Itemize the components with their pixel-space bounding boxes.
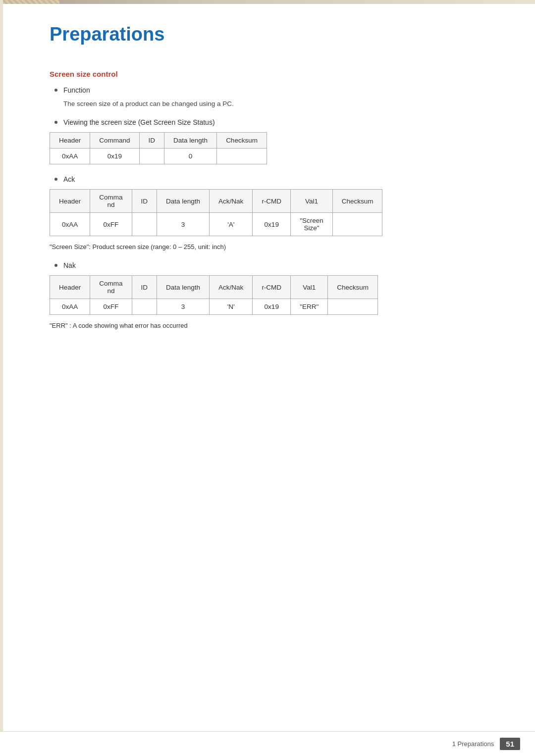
table3-cell-command: 0xFF — [90, 299, 132, 315]
table3-cell-header: 0xAA — [50, 299, 90, 315]
bullet-dot-viewing — [54, 121, 57, 124]
table3-th-val1: Val1 — [291, 276, 328, 299]
table1-th-command: Command — [90, 133, 139, 149]
table3-th-checksum: Checksum — [328, 276, 378, 299]
bullet-dot — [54, 89, 57, 92]
table1: Header Command ID Data length Checksum 0… — [50, 132, 267, 164]
page-container: Preparations Screen size control Functio… — [0, 0, 535, 756]
bullet-list-viewing: Viewing the screen size (Get Screen Size… — [50, 118, 495, 126]
table2-th-datalength: Data length — [157, 190, 210, 213]
table1-cell-checksum — [217, 149, 267, 164]
table2-cell-datalength: 3 — [157, 213, 210, 236]
bullet-item-function: Function — [50, 86, 495, 94]
page-title: Preparations — [50, 19, 495, 45]
table3-th-header: Header — [50, 276, 90, 299]
table3-cell-val1: "ERR" — [291, 299, 328, 315]
table2-th-command: Command — [90, 190, 132, 213]
bullet-list-ack: Ack — [50, 175, 495, 183]
table2-th-acknak: Ack/Nak — [210, 190, 253, 213]
table3-wrap: Header Command ID Data length Ack/Nak r-… — [50, 275, 495, 315]
table2-cell-id — [132, 213, 157, 236]
table3-th-rcmd: r-CMD — [253, 276, 291, 299]
nak-note: "ERR" : A code showing what error has oc… — [50, 322, 495, 329]
table3-th-command: Command — [90, 276, 132, 299]
table2-th-checksum: Checksum — [332, 190, 382, 213]
table2-cell-checksum — [332, 213, 382, 236]
table2-th-header: Header — [50, 190, 90, 213]
table3-cell-rcmd: 0x19 — [253, 299, 291, 315]
function-subtext: The screen size of a product can be chan… — [63, 100, 495, 107]
table1-cell-datalength: 0 — [164, 149, 217, 164]
bullet-label-ack: Ack — [63, 175, 75, 183]
bullet-dot-nak — [54, 264, 57, 267]
table2-cell-rcmd: 0x19 — [253, 213, 291, 236]
table1-th-checksum: Checksum — [217, 133, 267, 149]
table1-cell-header: 0xAA — [50, 149, 90, 164]
top-stripe — [0, 0, 535, 4]
table2: Header Command ID Data length Ack/Nak r-… — [50, 189, 382, 236]
bullet-label-viewing: Viewing the screen size (Get Screen Size… — [63, 118, 215, 126]
table2-wrap: Header Command ID Data length Ack/Nak r-… — [50, 189, 495, 236]
table1-header-row: Header Command ID Data length Checksum — [50, 133, 267, 149]
section-nak: Nak Header Command ID Data length Ack/Na… — [50, 261, 495, 329]
table2-cell-acknak: 'A' — [210, 213, 253, 236]
table3-cell-datalength: 3 — [157, 299, 210, 315]
table1-cell-command: 0x19 — [90, 149, 139, 164]
table1-th-header: Header — [50, 133, 90, 149]
table2-th-val1: Val1 — [291, 190, 333, 213]
section-heading: Screen size control — [50, 70, 495, 78]
table1-th-datalength: Data length — [164, 133, 217, 149]
bullet-label-function: Function — [63, 86, 90, 94]
table2-cell-command: 0xFF — [90, 213, 132, 236]
bullet-label-nak: Nak — [63, 261, 76, 269]
table1-row-1: 0xAA 0x19 0 — [50, 149, 267, 164]
bullet-list-nak: Nak — [50, 261, 495, 269]
section-ack: Ack Header Command ID Data length Ack/Na… — [50, 175, 495, 251]
table3-row-1: 0xAA 0xFF 3 'N' 0x19 "ERR" — [50, 299, 378, 315]
table2-header-row: Header Command ID Data length Ack/Nak r-… — [50, 190, 382, 213]
section-viewing: Viewing the screen size (Get Screen Size… — [50, 118, 495, 164]
footer-section-text: 1 Preparations — [452, 740, 494, 748]
table3-cell-id — [132, 299, 157, 315]
table3-cell-checksum — [328, 299, 378, 315]
table2-cell-val1: "ScreenSize" — [291, 213, 333, 236]
table2-th-rcmd: r-CMD — [253, 190, 291, 213]
table3-th-datalength: Data length — [157, 276, 210, 299]
bullet-item-ack: Ack — [50, 175, 495, 183]
table2-cell-header: 0xAA — [50, 213, 90, 236]
table2-row-1: 0xAA 0xFF 3 'A' 0x19 "ScreenSize" — [50, 213, 382, 236]
table3-cell-acknak: 'N' — [210, 299, 253, 315]
table3-th-id: ID — [132, 276, 157, 299]
table1-wrap: Header Command ID Data length Checksum 0… — [50, 132, 495, 164]
content-area: Preparations Screen size control Functio… — [0, 4, 535, 360]
left-accent — [0, 0, 3, 756]
footer-page-number: 51 — [500, 738, 520, 750]
table3-th-acknak: Ack/Nak — [210, 276, 253, 299]
table2-th-id: ID — [132, 190, 157, 213]
bullet-list-function: Function — [50, 86, 495, 94]
bullet-dot-ack — [54, 178, 57, 181]
table1-cell-id — [139, 149, 164, 164]
section-function: Function The screen size of a product ca… — [50, 86, 495, 107]
footer: 1 Preparations 51 — [0, 731, 535, 756]
table3-header-row: Header Command ID Data length Ack/Nak r-… — [50, 276, 378, 299]
table1-th-id: ID — [139, 133, 164, 149]
bullet-item-nak: Nak — [50, 261, 495, 269]
ack-note: "Screen Size": Product screen size (rang… — [50, 243, 495, 251]
bullet-item-viewing: Viewing the screen size (Get Screen Size… — [50, 118, 495, 126]
table3: Header Command ID Data length Ack/Nak r-… — [50, 275, 378, 315]
